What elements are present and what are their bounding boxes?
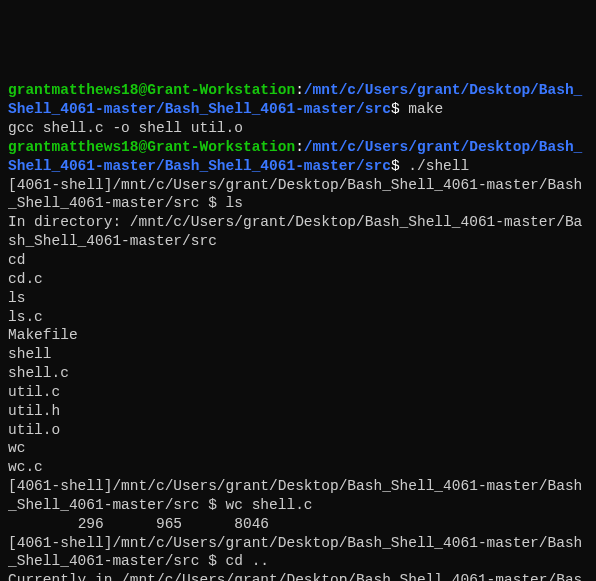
- shell-prompt: [4061-shell]/mnt/c/Users/grant/Desktop/B…: [8, 177, 582, 212]
- colon: :: [295, 139, 304, 155]
- prompt-line-1: grantmatthews18@Grant-Workstation:/mnt/c…: [8, 81, 588, 119]
- command-text: ./shell: [408, 158, 469, 174]
- list-item: shell: [8, 345, 588, 364]
- make-output: gcc shell.c -o shell util.o: [8, 119, 588, 138]
- command-text: make: [408, 101, 443, 117]
- list-item: util.o: [8, 421, 588, 440]
- dollar-sign: $: [391, 101, 408, 117]
- shell-command: ls: [226, 195, 243, 211]
- list-item: util.h: [8, 402, 588, 421]
- shell-prompt: [4061-shell]/mnt/c/Users/grant/Desktop/B…: [8, 535, 582, 570]
- list-item: wc: [8, 439, 588, 458]
- list-item: cd: [8, 251, 588, 270]
- list-item: ls.c: [8, 308, 588, 327]
- shell-command: cd ..: [226, 553, 270, 569]
- prompt-line-2: grantmatthews18@Grant-Workstation:/mnt/c…: [8, 138, 588, 176]
- dollar-sign: $: [391, 158, 408, 174]
- list-item: Makefile: [8, 326, 588, 345]
- user-host: grantmatthews18@Grant-Workstation: [8, 139, 295, 155]
- colon: :: [295, 82, 304, 98]
- list-item: util.c: [8, 383, 588, 402]
- list-item: ls: [8, 289, 588, 308]
- terminal-output[interactable]: grantmatthews18@Grant-Workstation:/mnt/c…: [8, 81, 588, 581]
- ls-header: In directory: /mnt/c/Users/grant/Desktop…: [8, 213, 588, 251]
- shell-prompt-line-2: [4061-shell]/mnt/c/Users/grant/Desktop/B…: [8, 477, 588, 515]
- shell-prompt-line-3: [4061-shell]/mnt/c/Users/grant/Desktop/B…: [8, 534, 588, 572]
- list-item: shell.c: [8, 364, 588, 383]
- wc-output: 296 965 8046: [8, 515, 588, 534]
- list-item: wc.c: [8, 458, 588, 477]
- cd-output: Currently in /mnt/c/Users/grant/Desktop/…: [8, 571, 588, 581]
- shell-command: wc shell.c: [226, 497, 313, 513]
- shell-prompt-line-1: [4061-shell]/mnt/c/Users/grant/Desktop/B…: [8, 176, 588, 214]
- list-item: cd.c: [8, 270, 588, 289]
- user-host: grantmatthews18@Grant-Workstation: [8, 82, 295, 98]
